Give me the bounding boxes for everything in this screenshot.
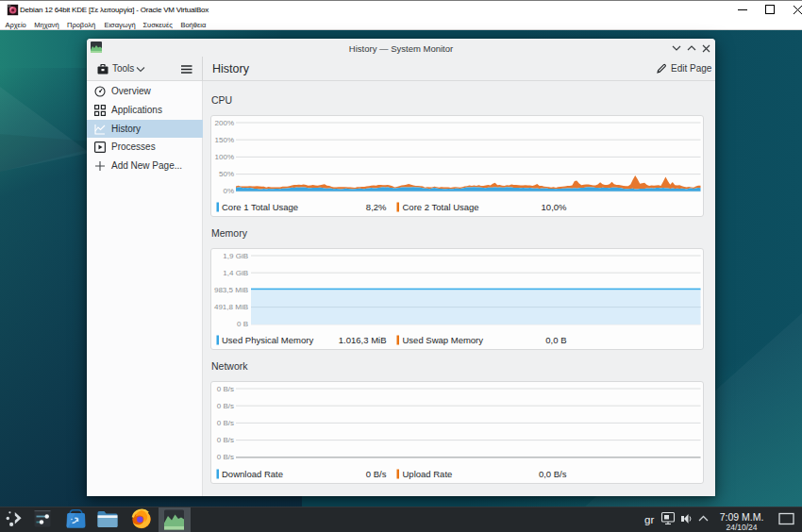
svg-text:gr: gr: [644, 514, 654, 525]
svg-text:0,0 B/s: 0,0 B/s: [538, 469, 566, 479]
svg-text:0 B: 0 B: [236, 320, 247, 328]
svg-text:50%: 50%: [218, 170, 233, 178]
svg-text:0%: 0%: [223, 187, 234, 195]
svg-text:Core 1 Total Usage: Core 1 Total Usage: [222, 202, 298, 212]
svg-text:150%: 150%: [214, 136, 233, 144]
svg-text:1,9 GiB: 1,9 GiB: [223, 252, 248, 260]
svg-text:0 B/s: 0 B/s: [216, 419, 233, 427]
svg-text:100%: 100%: [214, 153, 233, 161]
svg-text:7:09 M.M.: 7:09 M.M.: [720, 511, 764, 523]
svg-text:983,5 MiB: 983,5 MiB: [213, 286, 247, 294]
svg-text:0 B/s: 0 B/s: [216, 385, 233, 393]
svg-text:0,0 B: 0,0 B: [545, 335, 566, 345]
svg-text:200%: 200%: [214, 119, 233, 127]
svg-text:Upload Rate: Upload Rate: [402, 469, 452, 479]
svg-text:491,8 MiB: 491,8 MiB: [213, 303, 247, 311]
svg-text:Used Physical Memory: Used Physical Memory: [222, 335, 313, 345]
svg-text:1.016,3 MiB: 1.016,3 MiB: [338, 335, 386, 345]
svg-text:0 B/s: 0 B/s: [365, 469, 386, 479]
svg-text:24/10/24: 24/10/24: [726, 523, 757, 532]
svg-text:Download Rate: Download Rate: [222, 469, 283, 479]
svg-text:0 B/s: 0 B/s: [216, 436, 233, 444]
svg-text:0 B/s: 0 B/s: [216, 402, 233, 410]
svg-text:0 B/s: 0 B/s: [216, 453, 233, 461]
svg-text:Core 2 Total Usage: Core 2 Total Usage: [402, 202, 478, 212]
svg-text:10,0%: 10,0%: [541, 202, 566, 212]
svg-text:1,4 GiB: 1,4 GiB: [223, 269, 248, 277]
svg-text:8,2%: 8,2%: [365, 202, 386, 212]
svg-text:Used Swap Memory: Used Swap Memory: [402, 335, 483, 345]
